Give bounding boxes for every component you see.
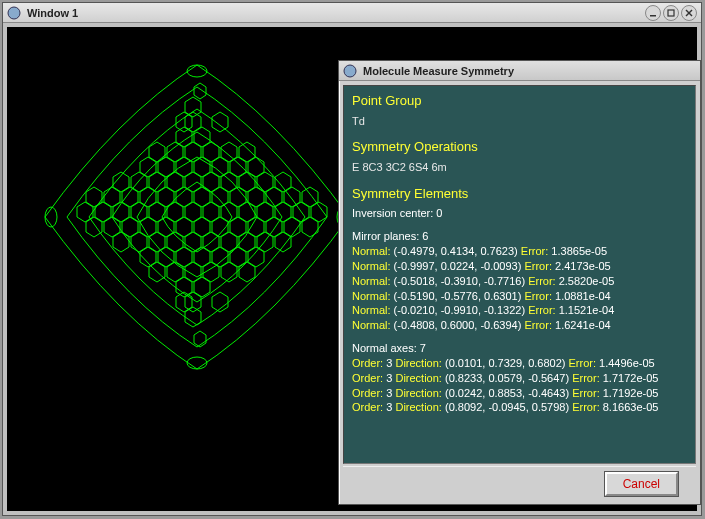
dialog-titlebar[interactable]: Molecule Measure Symmetry: [339, 61, 700, 81]
point-group-value: Td: [352, 114, 687, 129]
svg-rect-2: [668, 10, 674, 16]
svg-marker-101: [149, 142, 165, 162]
svg-marker-56: [185, 292, 201, 312]
svg-marker-96: [275, 232, 291, 252]
sym-elems-heading: Symmetry Elements: [352, 185, 687, 203]
normal-axis-row: Order: 3 Direction: (0.8092, -0.0945, 0.…: [352, 400, 687, 415]
sym-ops-heading: Symmetry Operations: [352, 138, 687, 156]
main-window-title: Window 1: [27, 7, 78, 19]
normal-axis-row: Order: 3 Direction: (0.0101, 0.7329, 0.6…: [352, 356, 687, 371]
mirror-plane-row: Normal: (-0.9997, 0.0224, -0.0093) Error…: [352, 259, 687, 274]
svg-point-0: [8, 7, 20, 19]
svg-point-7: [45, 207, 57, 227]
mirror-plane-row: Normal: (-0.4808, 0.6000, -0.6394) Error…: [352, 318, 687, 333]
symmetry-dialog: Molecule Measure Symmetry Point Group Td…: [338, 60, 701, 505]
maximize-button[interactable]: [663, 5, 679, 21]
svg-marker-95: [113, 232, 129, 252]
normal-axis-row: Order: 3 Direction: (0.0242, 0.8853, -0.…: [352, 386, 687, 401]
inversion-center: Inversion center: 0: [352, 206, 687, 221]
mirror-plane-row: Normal: (-0.5190, -0.5776, 0.6301) Error…: [352, 289, 687, 304]
dialog-title: Molecule Measure Symmetry: [363, 65, 514, 77]
cancel-button[interactable]: Cancel: [605, 472, 678, 496]
svg-point-6: [187, 357, 207, 369]
svg-marker-94: [275, 172, 291, 192]
dialog-footer: Cancel: [343, 466, 696, 500]
svg-marker-55: [185, 112, 201, 132]
svg-point-5: [187, 65, 207, 77]
dialog-icon: [343, 64, 357, 78]
svg-rect-1: [650, 15, 656, 17]
svg-marker-104: [239, 262, 255, 282]
svg-marker-73: [167, 262, 183, 282]
minimize-button[interactable]: [645, 5, 661, 21]
window-controls: [645, 5, 697, 21]
svg-marker-106: [212, 112, 228, 132]
main-titlebar[interactable]: Window 1: [3, 3, 701, 23]
svg-marker-89: [86, 187, 102, 207]
svg-marker-72: [221, 142, 237, 162]
normal-axes-heading: Normal axes: 7: [352, 341, 687, 356]
point-group-heading: Point Group: [352, 92, 687, 110]
sym-ops-value: E 8C3 3C2 6S4 6m: [352, 160, 687, 175]
svg-marker-102: [239, 142, 255, 162]
mirror-plane-row: Normal: (-0.5018, -0.3910, -0.7716) Erro…: [352, 274, 687, 289]
normal-axes-list: Order: 3 Direction: (0.0101, 0.7329, 0.6…: [352, 356, 687, 415]
svg-marker-90: [302, 187, 318, 207]
svg-marker-85: [194, 83, 206, 99]
mirror-plane-list: Normal: (-0.4979, 0.4134, 0.7623) Error:…: [352, 244, 687, 333]
app-icon: [7, 6, 21, 20]
normal-axis-row: Order: 3 Direction: (0.8233, 0.0579, -0.…: [352, 371, 687, 386]
svg-marker-91: [86, 217, 102, 237]
svg-point-109: [344, 65, 356, 77]
svg-marker-92: [302, 217, 318, 237]
molecule-mesh: [37, 57, 357, 377]
dialog-body[interactable]: Point Group Td Symmetry Operations E 8C3…: [343, 85, 696, 464]
close-button[interactable]: [681, 5, 697, 21]
mirror-planes-heading: Mirror planes: 6: [352, 229, 687, 244]
svg-marker-107: [176, 292, 192, 312]
mirror-plane-row: Normal: (-0.0210, -0.9910, -0.1322) Erro…: [352, 303, 687, 318]
mirror-plane-row: Normal: (-0.4979, 0.4134, 0.7623) Error:…: [352, 244, 687, 259]
